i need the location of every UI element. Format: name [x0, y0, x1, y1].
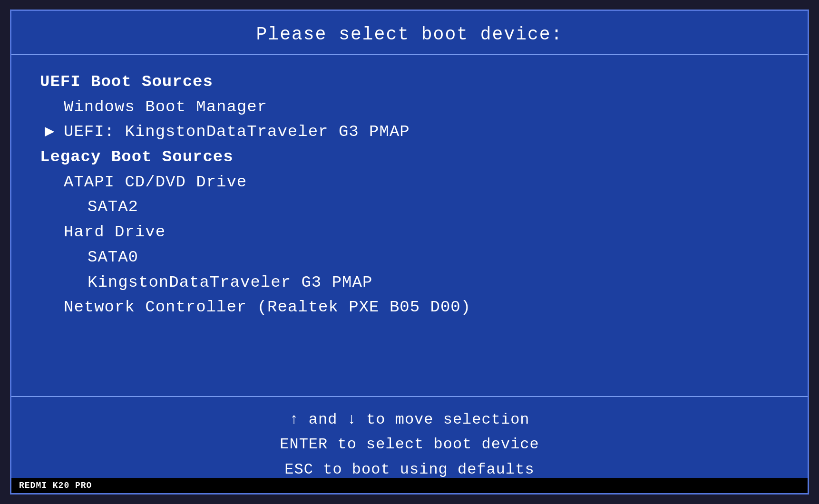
menu-item-kingston-legacy[interactable]: KingstonDataTraveler G3 PMAP — [40, 270, 779, 295]
menu-item-legacy-boot-sources[interactable]: Legacy Boot Sources — [40, 145, 779, 170]
title-section: Please select boot device: — [11, 11, 808, 55]
bios-screen: Please select boot device: UEFI Boot Sou… — [10, 10, 809, 494]
menu-item-atapi-cd-dvd[interactable]: ATAPI CD/DVD Drive — [40, 170, 779, 195]
menu-item-sata2[interactable]: SATA2 — [40, 194, 779, 220]
footer-line2: ENTER to select boot device — [30, 432, 789, 457]
bottom-bar: REDMI K20 PRO — [11, 478, 808, 493]
menu-item-uefi-kingston[interactable]: UEFI: KingstonDataTraveler G3 PMAP — [40, 119, 779, 145]
menu-item-sata0[interactable]: SATA0 — [40, 245, 779, 270]
menu-section[interactable]: UEFI Boot SourcesWindows Boot ManagerUEF… — [11, 55, 808, 397]
menu-item-windows-boot-manager[interactable]: Windows Boot Manager — [40, 95, 779, 120]
menu-item-network-controller[interactable]: Network Controller (Realtek PXE B05 D00) — [40, 295, 779, 320]
brand-label: REDMI K20 PRO — [19, 481, 92, 490]
footer-line1: ↑ and ↓ to move selection — [30, 407, 789, 433]
menu-item-hard-drive[interactable]: Hard Drive — [40, 220, 779, 245]
menu-item-uefi-boot-sources[interactable]: UEFI Boot Sources — [40, 69, 779, 95]
page-title: Please select boot device: — [30, 24, 789, 45]
